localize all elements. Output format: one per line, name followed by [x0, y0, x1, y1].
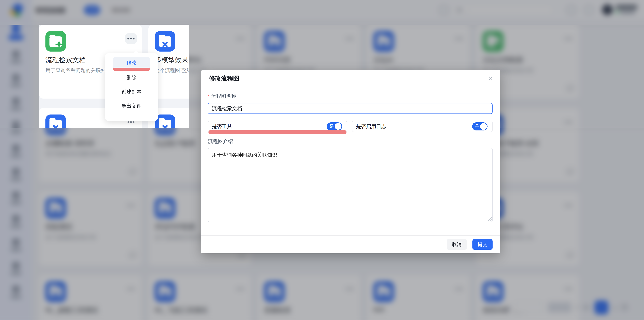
ellipsis-icon [130, 121, 132, 123]
switch-knob [480, 123, 487, 130]
dim-overlay [0, 0, 644, 25]
card-title: 流程检索文档 [46, 55, 86, 65]
menu-item-label: 修改 [113, 57, 150, 69]
submit-button[interactable]: 提交 [472, 239, 492, 250]
card-description: 用于查询各种问题的关联知识 [46, 67, 111, 74]
is-tool-switch[interactable]: 是 [327, 122, 342, 130]
enable-log-toggle-box: 是否启用日志 是 [352, 121, 492, 132]
flowchart-icon [155, 31, 175, 52]
annotation-highlight-bar [113, 68, 150, 71]
required-asterisk: * [208, 93, 210, 99]
edit-flowchart-modal: 修改流程图 × * 流程图名称 是否工具 是 是否启用日志 [201, 70, 500, 253]
app-window: 管理流程图 全部 我的流程 ⌘ … 流程检索文档用于查询各种问题的关联知识多模型… [0, 0, 644, 320]
folder-icon [50, 37, 62, 47]
enable-log-switch[interactable]: 是 [472, 122, 488, 130]
modal-header: 修改流程图 × [201, 70, 500, 87]
ellipsis-icon [130, 38, 132, 40]
cancel-button[interactable]: 取消 [446, 239, 467, 250]
more-actions-button[interactable] [125, 34, 137, 44]
toggle-row: 是否工具 是 是否启用日志 是 [208, 121, 492, 132]
modal-body: * 流程图名称 是否工具 是 是否启用日志 是 [201, 87, 500, 222]
modal-title: 修改流程图 [209, 74, 239, 83]
card-context-menu: 修改删除创建副本导出文件 [105, 53, 158, 121]
switch-knob [335, 123, 342, 130]
flowchart-icon [46, 31, 66, 52]
menu-item-0[interactable]: 修改 [105, 57, 158, 71]
flowchart-intro-textarea[interactable]: 用于查询各种问题的关联知识 [208, 148, 492, 222]
intro-field-label: 流程图介绍 [208, 139, 492, 144]
flow-node-icon [161, 41, 169, 48]
resize-grip-icon[interactable] [488, 217, 492, 221]
flowchart-name-input[interactable] [208, 103, 492, 114]
name-field-label: * 流程图名称 [208, 93, 492, 99]
dim-overlay [0, 25, 39, 128]
menu-item-1[interactable]: 删除 [105, 71, 158, 85]
menu-item-2[interactable]: 创建副本 [105, 85, 158, 99]
close-icon[interactable]: × [488, 74, 493, 82]
annotation-highlight-bar [208, 130, 346, 134]
menu-item-3[interactable]: 导出文件 [105, 99, 158, 113]
modal-footer: 取消 提交 [201, 235, 500, 253]
is-tool-toggle-box: 是否工具 是 [208, 121, 347, 132]
